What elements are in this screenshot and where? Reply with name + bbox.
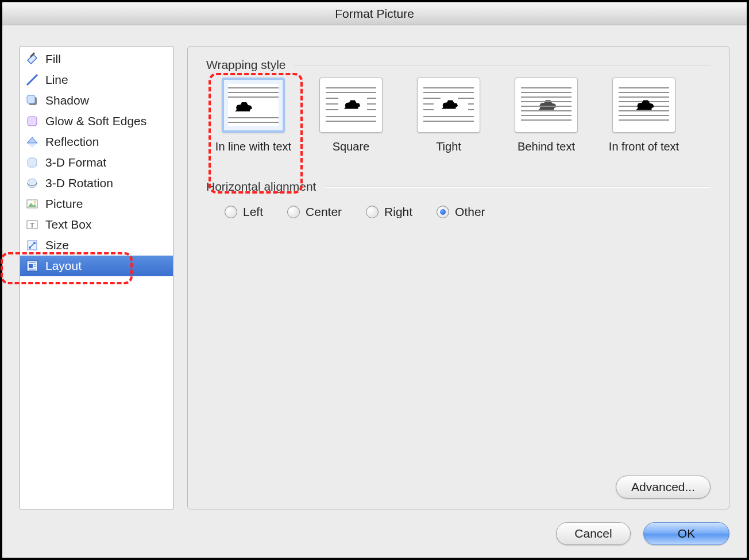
shadow-icon [25, 93, 40, 108]
size-icon [25, 238, 40, 253]
wrap-thumb-tight [417, 78, 480, 133]
radio-dot-icon [437, 206, 449, 218]
wrap-label: Square [333, 140, 370, 167]
button-label: OK [678, 527, 695, 540]
radio-label: Right [384, 205, 412, 219]
cancel-button[interactable]: Cancel [556, 522, 631, 545]
divider [324, 187, 711, 187]
sidebar: Fill Line Shadow Glow & Soft Edges [20, 46, 173, 509]
layout-icon [25, 258, 40, 273]
svg-text:T: T [30, 221, 34, 229]
sidebar-item-label: Reflection [45, 135, 99, 149]
wrap-option-tight[interactable]: Tight [408, 78, 489, 167]
content-panel: Wrapping style In line with text [187, 46, 729, 509]
advanced-button[interactable]: Advanced... [616, 476, 711, 499]
divider [294, 65, 711, 65]
radio-label: Other [455, 205, 485, 219]
fill-icon [25, 52, 40, 67]
wrap-label: Behind text [518, 140, 575, 167]
radio-label: Center [306, 205, 342, 219]
halign-options: Left Center Right Other [206, 199, 711, 219]
svg-rect-16 [29, 264, 33, 268]
textbox-icon: T [25, 217, 40, 232]
radio-dot-icon [366, 206, 379, 218]
button-label: Cancel [574, 527, 612, 540]
svg-rect-3 [27, 95, 35, 103]
svg-line-1 [27, 75, 37, 85]
section-title: Wrapping style [206, 58, 286, 72]
picture-icon [25, 196, 40, 211]
wrap-thumb-front [612, 78, 675, 133]
radio-right[interactable]: Right [366, 205, 412, 219]
3d-format-icon [25, 155, 40, 170]
sidebar-item-label: Picture [45, 197, 83, 211]
sidebar-item-line[interactable]: Line [20, 69, 173, 90]
sidebar-item-3d-rotation[interactable]: 3-D Rotation [20, 173, 173, 194]
sidebar-item-label: 3-D Rotation [45, 176, 113, 190]
titlebar: Format Picture [2, 2, 747, 25]
section-header-wrapping: Wrapping style [206, 58, 711, 72]
svg-point-8 [28, 179, 37, 188]
glow-icon [25, 114, 40, 129]
radio-center[interactable]: Center [287, 205, 342, 219]
3d-rotation-icon [25, 176, 40, 191]
window-title: Format Picture [335, 7, 414, 21]
radio-label: Left [243, 205, 263, 219]
wrap-thumb-behind [515, 78, 578, 133]
svg-point-11 [34, 201, 36, 203]
sidebar-item-3d-format[interactable]: 3-D Format [20, 152, 173, 173]
section-title: Horizontal alignment [206, 180, 316, 194]
sidebar-item-label: Line [45, 73, 68, 87]
sidebar-item-reflection[interactable]: Reflection [20, 132, 173, 152]
wrap-thumb-inline [222, 78, 285, 133]
svg-rect-7 [28, 158, 37, 167]
dialog-body: Fill Line Shadow Glow & Soft Edges [2, 25, 747, 520]
sidebar-item-label: Fill [45, 52, 61, 66]
svg-rect-4 [28, 117, 37, 126]
radio-other[interactable]: Other [437, 205, 485, 219]
dialog-format-picture: Format Picture Fill Line [0, 0, 749, 560]
sidebar-item-shadow[interactable]: Shadow [20, 90, 173, 111]
button-label: Advanced... [631, 480, 695, 494]
sidebar-item-size[interactable]: Size [20, 235, 173, 256]
wrap-label: In front of text [609, 140, 679, 167]
dialog-footer: Cancel OK [2, 520, 747, 558]
wrap-option-inline[interactable]: In line with text [213, 78, 294, 167]
sidebar-item-label: Shadow [45, 94, 89, 107]
section-header-halign: Horizontal alignment [206, 180, 711, 194]
ok-button[interactable]: OK [643, 522, 729, 545]
sidebar-item-picture[interactable]: Picture [20, 194, 173, 214]
sidebar-item-label: Size [45, 238, 69, 252]
sidebar-item-text-box[interactable]: T Text Box [20, 214, 173, 235]
wrap-option-square[interactable]: Square [311, 78, 391, 167]
reflection-icon [25, 134, 40, 149]
radio-dot-icon [225, 206, 237, 218]
wrap-label: In line with text [215, 140, 291, 167]
sidebar-item-layout[interactable]: Layout [20, 256, 173, 276]
wrap-label: Tight [436, 140, 461, 167]
wrap-option-behind[interactable]: Behind text [506, 78, 586, 167]
svg-marker-6 [28, 144, 36, 148]
line-icon [25, 72, 40, 87]
sidebar-item-label: Glow & Soft Edges [45, 114, 146, 128]
wrapping-options: In line with text Square [206, 78, 711, 177]
wrap-thumb-square [319, 78, 383, 133]
radio-left[interactable]: Left [225, 205, 263, 219]
sidebar-item-fill[interactable]: Fill [20, 49, 173, 69]
sidebar-item-label: 3-D Format [45, 156, 106, 169]
wrap-option-front[interactable]: In front of text [604, 78, 684, 167]
svg-marker-5 [27, 137, 37, 143]
radio-dot-icon [287, 206, 300, 218]
sidebar-item-label: Text Box [45, 218, 92, 231]
sidebar-item-glow[interactable]: Glow & Soft Edges [20, 111, 173, 132]
sidebar-item-label: Layout [45, 259, 82, 273]
